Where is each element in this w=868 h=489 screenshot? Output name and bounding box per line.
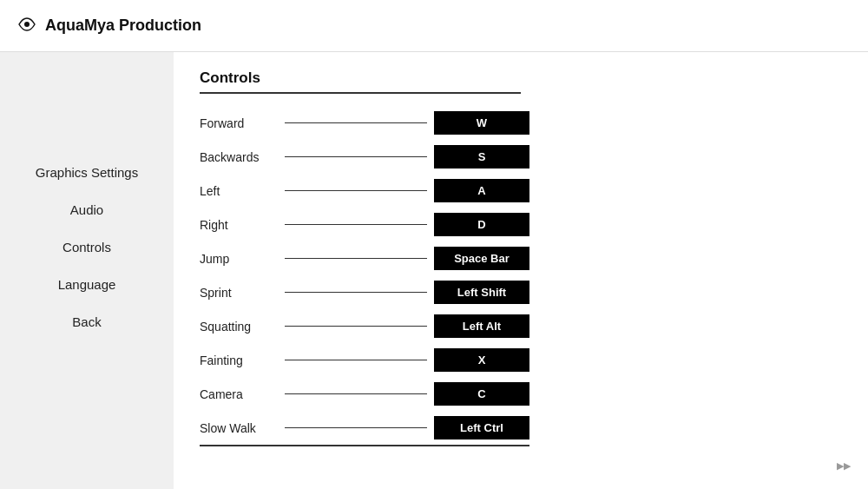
control-key-button[interactable]: C [434,382,529,406]
control-separator-line [285,224,427,225]
control-separator-line [285,326,427,327]
control-separator-line [285,427,427,428]
controls-list: ForwardWBackwardsSLeftARightDJumpSpace B… [200,106,529,446]
control-label: Jump [200,252,278,266]
control-label: Forward [200,116,278,130]
control-key-button[interactable]: Left Alt [434,314,529,338]
control-label: Slow Walk [200,421,278,435]
control-label: Right [200,218,278,232]
main-layout: Graphics SettingsAudioControlsLanguageBa… [0,52,868,489]
control-row: BackwardsS [200,140,529,174]
control-label: Backwards [200,150,278,164]
control-key-button[interactable]: Left Ctrl [434,416,529,439]
control-row: CameraC [200,377,529,411]
control-key-button[interactable]: Left Shift [434,281,529,304]
control-separator-line [285,292,427,293]
control-separator-line [285,156,427,157]
control-row: Slow WalkLeft Ctrl [200,411,529,445]
header: AquaMya Production [0,0,868,52]
control-row: SquattingLeft Alt [200,309,529,343]
control-separator-line [285,258,427,259]
control-key-button[interactable]: A [434,179,529,202]
sidebar-item-graphics-settings[interactable]: Graphics Settings [0,156,174,188]
sidebar-item-controls[interactable]: Controls [0,231,174,263]
content-area: Controls ForwardWBackwardsSLeftARightDJu… [174,52,868,489]
control-row: RightD [200,208,529,241]
control-row: LeftA [200,174,529,208]
sidebar-item-language[interactable]: Language [0,268,174,301]
control-label: Fainting [200,354,278,367]
control-key-button[interactable]: X [434,348,529,372]
app-icon [17,16,36,36]
control-key-button[interactable]: W [434,111,529,135]
control-separator-line [285,360,427,360]
control-label: Camera [200,387,278,401]
control-key-button[interactable]: Space Bar [434,247,529,270]
control-separator-line [285,190,427,191]
app-title: AquaMya Production [45,17,201,35]
control-label: Left [200,184,278,198]
sidebar-item-back[interactable]: Back [0,306,174,338]
sidebar-item-audio[interactable]: Audio [0,194,174,226]
control-row: SprintLeft Shift [200,275,529,309]
control-row: FaintingX [200,343,529,377]
bottom-right-indicator: ▶▶ [837,460,851,472]
svg-point-0 [24,22,30,27]
control-separator-line [285,393,427,394]
control-label: Squatting [200,320,278,334]
control-row: JumpSpace Bar [200,241,529,275]
controls-section-title: Controls [200,69,521,94]
control-key-button[interactable]: S [434,145,529,169]
control-key-button[interactable]: D [434,213,529,236]
control-label: Sprint [200,286,278,300]
control-row: ForwardW [200,106,529,140]
sidebar: Graphics SettingsAudioControlsLanguageBa… [0,52,174,489]
control-separator-line [285,122,427,123]
